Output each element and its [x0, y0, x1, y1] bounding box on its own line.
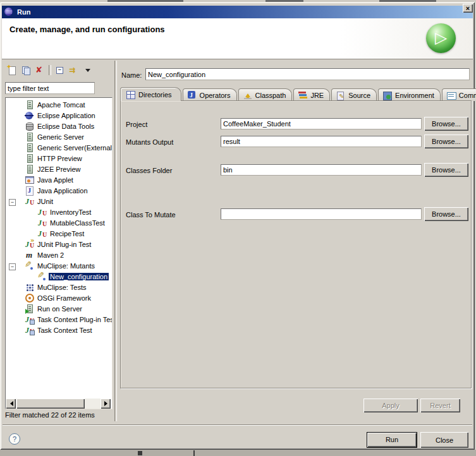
configuration-tabs: DirectoriesJOperatorsClasspathJRE✎Source…: [120, 88, 476, 101]
tree-item-label: MuClipse: Tests: [36, 284, 87, 291]
tree-item-generic-server-external-i[interactable]: Generic Server(External I: [6, 143, 113, 153]
tree-item-label: Java Application: [36, 187, 89, 195]
classes-folder-input[interactable]: [221, 164, 422, 176]
revert-button[interactable]: Revert: [420, 399, 460, 412]
eclipse-logo-icon: [4, 8, 13, 16]
tree-item-label: J2EE Preview: [36, 165, 82, 173]
collapse-toggle-icon[interactable]: −: [9, 199, 16, 206]
class-to-mutate-browse-button[interactable]: Browse...: [424, 207, 468, 221]
scroll-left-button[interactable]: [6, 399, 16, 409]
tree-item-junit-plug-in-test[interactable]: JU»JUnit Plug-in Test: [6, 239, 113, 250]
server-icon: [25, 164, 35, 174]
scrollbar-thumb[interactable]: [16, 399, 85, 409]
tree-item-eclipse-application[interactable]: Eclipse Application: [6, 111, 113, 121]
tree-item-new-configuration[interactable]: ✎New_configuration: [6, 272, 113, 282]
tab-label: Source: [348, 92, 370, 99]
scroll-right-button[interactable]: [101, 399, 111, 409]
form-row-project: ProjectBrowse...: [121, 118, 471, 132]
tab-environment[interactable]: Environment: [378, 88, 441, 101]
java-icon: J: [25, 186, 35, 196]
tree-item-mutableclasstest[interactable]: JUMutableClassTest: [6, 218, 113, 229]
directories-icon: [126, 90, 136, 100]
tree-item-http-preview[interactable]: HTTP Preview: [6, 153, 113, 164]
run-button-face: Run: [367, 433, 417, 447]
close-button[interactable]: Close: [420, 432, 468, 448]
configurations-toolbar: ✦✘−⇉: [5, 63, 95, 78]
toolbar-separator: [49, 65, 51, 75]
junit-icon: JU: [37, 218, 47, 228]
tree-item-j2ee-preview[interactable]: J2EE Preview: [6, 164, 113, 175]
collapse-all-button[interactable]: −: [53, 64, 67, 76]
tree-item-recipetest[interactable]: JURecipeTest: [6, 229, 113, 239]
tree-item-muclipse-mutants[interactable]: −✎MuClipse: Mutants: [6, 261, 113, 272]
tree-item-label: JUnit Plug-in Test: [36, 241, 92, 248]
classes-folder-browse-button[interactable]: Browse...: [424, 163, 468, 177]
tree-item-run-on-server[interactable]: Run on Server: [6, 304, 113, 315]
delete-configuration-button[interactable]: ✘: [33, 64, 47, 76]
tab-jre[interactable]: JRE: [293, 88, 330, 101]
mutants-icon: ✎: [25, 261, 35, 271]
tab-label: Operators: [200, 92, 231, 99]
tab-label: Directories: [138, 91, 172, 99]
filter-input[interactable]: [5, 82, 95, 94]
maven-icon: m: [25, 250, 35, 260]
tab-operators[interactable]: JOperators: [183, 88, 237, 101]
tree-item-muclipse-tests[interactable]: MuClipse: Tests: [6, 282, 113, 293]
help-button[interactable]: ?: [9, 433, 20, 445]
project-input[interactable]: [221, 118, 422, 129]
tree-item-label: OSGi Framework: [36, 294, 92, 302]
tree-item-generic-server[interactable]: Generic Server: [6, 132, 113, 143]
delete-icon: ✘: [35, 65, 45, 75]
background-window-fragment-bottom: [0, 450, 476, 456]
tree-item-java-application[interactable]: JJava Application: [6, 186, 113, 196]
close-window-button[interactable]: ×: [463, 4, 473, 13]
mutants-output-input[interactable]: [221, 136, 422, 147]
operators-icon: J: [187, 90, 197, 100]
tree-horizontal-scrollbar[interactable]: [6, 399, 111, 409]
tree-item-label: Task Context Plug-in Tes: [36, 316, 113, 323]
title-bar: Run: [2, 6, 473, 18]
classpath-icon: [243, 90, 253, 100]
tab-classpath[interactable]: Classpath: [238, 88, 293, 101]
filter-configurations-button[interactable]: ⇉: [67, 64, 81, 76]
duplicate-configuration-button[interactable]: [19, 64, 33, 76]
tree-item-label: Eclipse Application: [36, 112, 97, 119]
tab-common[interactable]: Common: [442, 88, 476, 101]
tree-item-eclipse-data-tools[interactable]: Eclipse Data Tools: [6, 121, 113, 132]
form-row-classes-folder: Classes FolderBrowse...: [121, 164, 471, 178]
tree-item-java-applet[interactable]: Java Applet: [6, 175, 113, 186]
tree-item-maven-2[interactable]: mMaven 2: [6, 250, 113, 261]
collapse-all-icon: −: [55, 65, 65, 75]
tree-item-label: Task Context Test: [36, 327, 94, 334]
tree-item-label: RecipeTest: [49, 230, 85, 237]
collapse-toggle-icon[interactable]: −: [9, 263, 16, 270]
run-button[interactable]: Run: [367, 432, 417, 448]
tree-item-junit[interactable]: −JUJUnit: [6, 196, 113, 207]
tree-item-inventorytest[interactable]: JUInventoryTest: [6, 207, 113, 218]
mutants-output-browse-button[interactable]: Browse...: [424, 135, 468, 148]
run-banner-icon: ▷: [426, 23, 456, 53]
database-icon: [25, 121, 35, 131]
project-browse-button[interactable]: Browse...: [424, 117, 468, 131]
form-row-mutants-output: Mutants OutputBrowse...: [121, 136, 471, 150]
tree-item-task-context-test[interactable]: JUTask Context Test: [6, 325, 113, 336]
scroll-right-icon: [104, 401, 110, 406]
tab-directories[interactable]: Directories: [120, 87, 181, 101]
header-banner: Create, manage, and run configurations ▷: [2, 18, 473, 59]
class-to-mutate-input[interactable]: [221, 208, 422, 220]
tree-item-task-context-plug-in-tes[interactable]: JUTask Context Plug-in Tes: [6, 315, 113, 325]
filter-icon: ⇉: [69, 65, 79, 75]
tree-item-apache-tomcat[interactable]: Apache Tomcat: [6, 100, 113, 111]
tab-source[interactable]: ✎Source: [331, 88, 377, 101]
name-input[interactable]: [145, 68, 470, 80]
server-icon: [25, 153, 35, 164]
panel-sash[interactable]: [114, 61, 117, 421]
tree-item-label: Generic Server: [36, 133, 85, 141]
chevron-down-icon: [83, 65, 93, 75]
apply-button[interactable]: Apply: [363, 399, 418, 412]
filter-menu-button[interactable]: [81, 64, 95, 76]
tree-item-osgi-framework[interactable]: OSGi Framework: [6, 293, 113, 304]
new-configuration-button[interactable]: ✦: [5, 64, 19, 76]
junit-plugin-icon: JU»: [25, 239, 35, 249]
tab-label: Classpath: [255, 92, 286, 99]
